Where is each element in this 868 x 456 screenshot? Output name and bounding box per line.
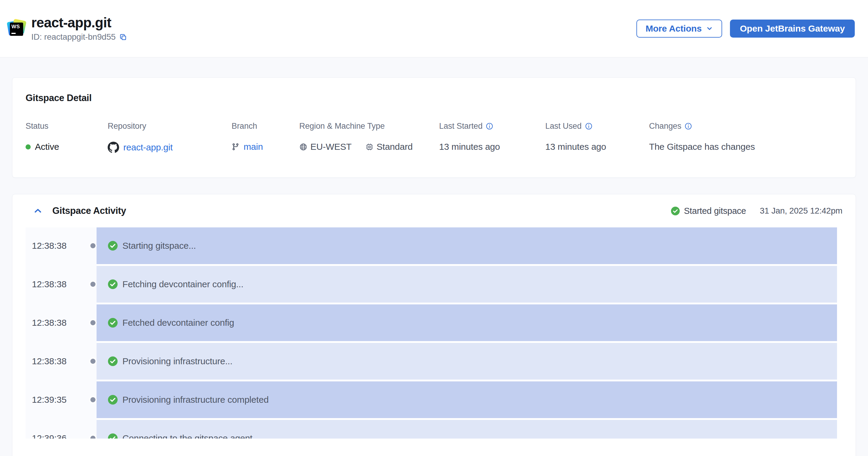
git-branch-icon bbox=[231, 143, 239, 151]
log-row: 12:38:38 Fetched devcontainer config bbox=[26, 304, 837, 341]
gitspace-id-row: ID: reactappgit-bn9d55 bbox=[31, 32, 127, 42]
activity-status-text: Started gitspace bbox=[684, 206, 746, 216]
timeline-dot bbox=[89, 396, 97, 404]
log-message: Connecting to the gitspace agent bbox=[122, 433, 252, 438]
log-step[interactable]: Provisioning infrastructure completed bbox=[97, 382, 837, 418]
check-circle-icon bbox=[108, 279, 118, 289]
header-title-group: WS react-app.git ID: reactappgit-bn9d55 bbox=[8, 16, 127, 42]
log-message: Provisioning infrastructure completed bbox=[122, 395, 269, 405]
log-row: 12:38:38 Provisioning infrastructure... bbox=[26, 343, 837, 379]
changes-label: Changes bbox=[649, 122, 681, 131]
log-step[interactable]: Provisioning infrastructure... bbox=[97, 343, 837, 379]
timeline-dot bbox=[89, 242, 97, 250]
log-row: 12:39:36 Connecting to the gitspace agen… bbox=[26, 420, 837, 438]
activity-header: Gitspace Activity Started gitspace 31 Ja… bbox=[26, 205, 842, 217]
status-label: Status bbox=[26, 122, 108, 131]
field-status: Status Active bbox=[26, 122, 108, 153]
page-title: react-app.git bbox=[31, 16, 127, 30]
activity-date: 31 Jan, 2025 12:42pm bbox=[760, 206, 842, 216]
last-used-label: Last Used bbox=[545, 122, 582, 131]
check-circle-icon bbox=[108, 241, 118, 250]
field-last-used: Last Used 13 minutes ago bbox=[545, 122, 649, 153]
header-actions: More Actions Open JetBrains Gateway bbox=[637, 20, 855, 38]
log-step[interactable]: Fetching devcontainer config... bbox=[97, 266, 837, 303]
check-circle-icon bbox=[108, 318, 118, 328]
timeline-dot bbox=[89, 358, 97, 365]
open-jetbrains-gateway-button[interactable]: Open JetBrains Gateway bbox=[730, 20, 855, 38]
gitspace-activity-card: Gitspace Activity Started gitspace 31 Ja… bbox=[12, 194, 856, 456]
branch-label: Branch bbox=[231, 122, 299, 131]
activity-title: Gitspace Activity bbox=[52, 206, 126, 216]
gitspace-detail-card: Gitspace Detail Status Active Repository… bbox=[12, 77, 856, 178]
last-used-value: 13 minutes ago bbox=[545, 142, 606, 152]
info-icon[interactable] bbox=[585, 122, 592, 130]
webstorm-logo-icon: WS bbox=[8, 20, 25, 37]
copy-icon[interactable] bbox=[119, 33, 127, 41]
log-time: 12:38:38 bbox=[26, 304, 97, 341]
activity-status-group: Started gitspace 31 Jan, 2025 12:42pm bbox=[671, 206, 842, 216]
region-machine-label: Region & Machine Type bbox=[299, 122, 439, 131]
check-circle-icon bbox=[108, 357, 118, 366]
page-header: WS react-app.git ID: reactappgit-bn9d55 … bbox=[0, 0, 868, 57]
status-value: Active bbox=[35, 142, 59, 152]
log-time: 12:38:38 bbox=[26, 227, 97, 264]
cpu-chip-icon bbox=[365, 143, 374, 151]
log-row: 12:38:38 Starting gitspace... bbox=[26, 227, 837, 264]
info-icon[interactable] bbox=[685, 122, 692, 130]
activity-log: 12:38:38 Starting gitspace... 12:38:38 F… bbox=[26, 227, 837, 438]
log-time: 12:39:35 bbox=[26, 382, 97, 418]
log-message: Starting gitspace... bbox=[122, 241, 196, 251]
log-message: Provisioning infrastructure... bbox=[122, 356, 232, 366]
detail-fields: Status Active Repository react-app.git B… bbox=[26, 122, 842, 153]
repository-link[interactable]: react-app.git bbox=[123, 142, 173, 152]
field-branch: Branch main bbox=[231, 122, 299, 153]
last-started-label: Last Started bbox=[439, 122, 483, 131]
log-row: 12:38:38 Fetching devcontainer config... bbox=[26, 266, 837, 303]
check-circle-icon bbox=[108, 433, 118, 438]
chevron-down-icon bbox=[706, 25, 713, 32]
more-actions-button[interactable]: More Actions bbox=[637, 20, 722, 38]
field-changes: Changes The Gitspace has changes bbox=[649, 122, 842, 153]
log-row: 12:39:35 Provisioning infrastructure com… bbox=[26, 382, 837, 418]
detail-card-title: Gitspace Detail bbox=[26, 93, 842, 103]
globe-icon bbox=[299, 143, 307, 151]
log-step[interactable]: Starting gitspace... bbox=[97, 227, 837, 264]
branch-link[interactable]: main bbox=[244, 142, 263, 152]
machine-type-value: Standard bbox=[377, 142, 413, 152]
log-time: 12:38:38 bbox=[26, 343, 97, 379]
log-step[interactable]: Connecting to the gitspace agent bbox=[97, 420, 837, 438]
field-last-started: Last Started 13 minutes ago bbox=[439, 122, 545, 153]
gitspace-id: ID: reactappgit-bn9d55 bbox=[31, 32, 116, 42]
last-started-value: 13 minutes ago bbox=[439, 142, 500, 152]
field-repository: Repository react-app.git bbox=[108, 122, 231, 153]
check-circle-icon bbox=[108, 395, 118, 404]
check-circle-icon bbox=[671, 207, 680, 215]
chevron-up-icon[interactable] bbox=[33, 206, 42, 215]
status-active-dot bbox=[26, 144, 31, 150]
region-value: EU-WEST bbox=[310, 142, 351, 152]
field-region-machine: Region & Machine Type EU-WEST bbox=[299, 122, 439, 153]
log-time: 12:39:36 bbox=[26, 420, 97, 438]
changes-value: The Gitspace has changes bbox=[649, 142, 755, 152]
log-message: Fetched devcontainer config bbox=[122, 317, 234, 328]
title-block: react-app.git ID: reactappgit-bn9d55 bbox=[31, 16, 127, 42]
timeline-dot bbox=[89, 319, 97, 327]
timeline-dot bbox=[89, 281, 97, 288]
repository-label: Repository bbox=[108, 122, 231, 131]
log-time: 12:38:38 bbox=[26, 266, 97, 303]
github-icon bbox=[108, 142, 119, 153]
log-message: Fetching devcontainer config... bbox=[122, 279, 243, 290]
info-icon[interactable] bbox=[486, 122, 493, 130]
logo-core: WS bbox=[10, 23, 23, 36]
main-content: Gitspace Detail Status Active Repository… bbox=[12, 77, 856, 456]
log-step[interactable]: Fetched devcontainer config bbox=[97, 304, 837, 341]
